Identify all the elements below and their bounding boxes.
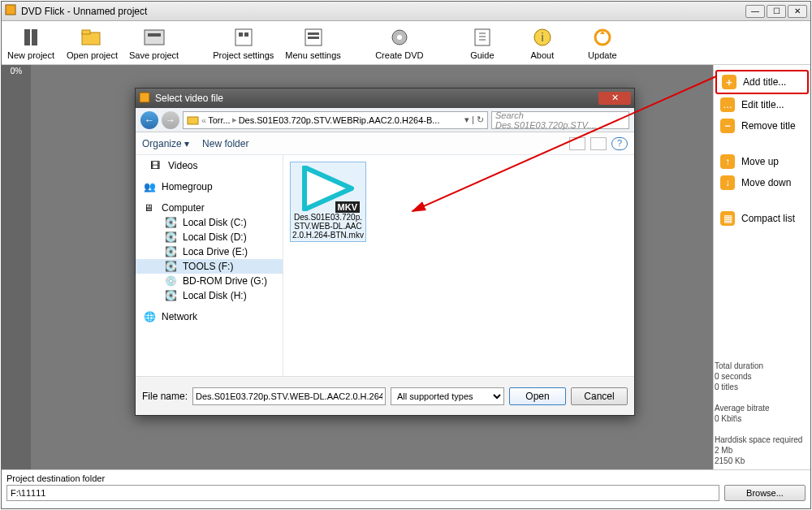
tree-videos[interactable]: 🎞Videos bbox=[136, 158, 283, 173]
toolbar-menu-settings[interactable]: Menu settings bbox=[285, 26, 340, 60]
toolbar-label: Create DVD bbox=[375, 50, 423, 60]
search-input[interactable]: Search Des.S01E03.720p.STV.... bbox=[491, 111, 629, 129]
svg-rect-4 bbox=[82, 30, 90, 34]
remove-icon: − bbox=[720, 119, 735, 133]
info-duration-label: Total duration bbox=[715, 361, 809, 371]
update-icon bbox=[591, 26, 614, 49]
tree-disk-d[interactable]: 💽Local Disk (D:) bbox=[136, 230, 283, 244]
nav-forward-button[interactable]: → bbox=[162, 111, 179, 129]
dialog-title: Select video file bbox=[155, 93, 598, 104]
toolbar-label: Update bbox=[588, 50, 616, 60]
new-folder-button[interactable]: New folder bbox=[202, 138, 248, 149]
guide-icon bbox=[471, 26, 494, 49]
info-panel: Total duration 0 seconds 0 titles Averag… bbox=[715, 361, 809, 466]
tree-disk-h[interactable]: 💽Local Disk (H:) bbox=[136, 288, 283, 303]
compact-icon: ▦ bbox=[720, 211, 735, 226]
dialog-nav: ← → « Torr... ▸ Des.S01E03.720p.STV.WEBR… bbox=[136, 108, 634, 132]
toolbar-guide[interactable]: Guide bbox=[458, 26, 507, 60]
close-button[interactable]: ✕ bbox=[788, 5, 807, 18]
browse-button[interactable]: Browse... bbox=[724, 485, 806, 501]
svg-rect-1 bbox=[24, 29, 30, 45]
side-label: Move down bbox=[741, 177, 791, 188]
move-up-button[interactable]: ↑ Move up bbox=[715, 151, 809, 172]
svg-rect-12 bbox=[308, 37, 319, 39]
move-down-button[interactable]: ↓ Move down bbox=[715, 172, 809, 193]
remove-title-button[interactable]: − Remove title bbox=[715, 115, 809, 136]
file-item[interactable]: MKV Des.S01E03.720p.STV.WEB-DL.AAC2.0.H.… bbox=[290, 162, 366, 242]
info-disk2: 2150 Kb bbox=[715, 456, 809, 466]
help-button[interactable]: ? bbox=[611, 137, 628, 150]
dest-folder-input[interactable] bbox=[6, 485, 719, 501]
toolbar-create-dvd[interactable]: Create DVD bbox=[375, 26, 424, 60]
minimize-button[interactable]: — bbox=[745, 5, 765, 18]
svg-rect-19 bbox=[140, 93, 149, 102]
maximize-button[interactable]: ☐ bbox=[767, 5, 786, 18]
settings-icon bbox=[232, 26, 255, 49]
edit-title-button[interactable]: … Edit title... bbox=[715, 94, 809, 115]
toolbar-update[interactable]: Update bbox=[578, 26, 627, 60]
window-title: DVD Flick - Unnamed project bbox=[21, 6, 745, 17]
side-label: Edit title... bbox=[741, 99, 784, 110]
open-icon bbox=[80, 26, 103, 49]
dialog-body: 🎞Videos 👥Homegroup 🖥Computer 💽Local Disk… bbox=[136, 155, 634, 376]
footer: Project destination folder Browse... bbox=[2, 469, 810, 508]
tree-computer[interactable]: 🖥Computer bbox=[136, 201, 283, 215]
toolbar-project-settings[interactable]: Project settings bbox=[213, 26, 274, 60]
filename-input[interactable] bbox=[192, 387, 386, 405]
open-button[interactable]: Open bbox=[509, 387, 566, 405]
svg-rect-11 bbox=[308, 32, 319, 35]
toolbar-about[interactable]: i About bbox=[518, 26, 567, 60]
crumb-torr[interactable]: Torr... bbox=[208, 115, 231, 125]
tree-tools-f[interactable]: 💽TOOLS (F:) bbox=[136, 259, 283, 274]
filetype-select[interactable]: All supported types bbox=[391, 387, 504, 405]
tree-disk-e[interactable]: 💽Loca Drive (E:) bbox=[136, 244, 283, 259]
toolbar-label: New project bbox=[7, 50, 54, 60]
video-thumb-icon: MKV bbox=[300, 166, 356, 211]
breadcrumb[interactable]: « Torr... ▸ Des.S01E03.720p.STV.WEBRip.A… bbox=[183, 111, 488, 129]
svg-rect-20 bbox=[188, 117, 198, 124]
compact-list-button[interactable]: ▦ Compact list bbox=[715, 208, 809, 229]
file-list[interactable]: MKV Des.S01E03.720p.STV.WEB-DL.AAC2.0.H.… bbox=[283, 155, 634, 376]
svg-point-14 bbox=[397, 35, 402, 40]
crumb-folder[interactable]: Des.S01E03.720p.STV.WEBRip.AAC2.0.H264-B… bbox=[239, 115, 440, 125]
preview-pane-button[interactable] bbox=[590, 137, 607, 150]
drive-icon: 💽 bbox=[165, 231, 178, 243]
toolbar-label: Open project bbox=[67, 50, 118, 60]
svg-rect-7 bbox=[235, 29, 252, 45]
app-icon bbox=[5, 4, 16, 18]
info-bitrate: 0 Kbit\s bbox=[715, 413, 809, 424]
svg-rect-0 bbox=[6, 5, 15, 15]
cancel-button[interactable]: Cancel bbox=[571, 387, 628, 405]
plus-icon: ＋ bbox=[722, 75, 736, 89]
toolbar-open-project[interactable]: Open project bbox=[67, 26, 118, 60]
toolbar-label: Save project bbox=[129, 50, 179, 60]
down-icon: ↓ bbox=[720, 175, 735, 190]
nav-back-button[interactable]: ← bbox=[140, 111, 158, 129]
info-disk1: 2 Mb bbox=[715, 445, 809, 456]
save-icon bbox=[143, 26, 166, 49]
drive-icon: 💽 bbox=[165, 217, 178, 228]
search-placeholder: Search Des.S01E03.720p.STV.... bbox=[495, 110, 625, 130]
titlebar: DVD Flick - Unnamed project — ☐ ✕ bbox=[2, 2, 810, 21]
tree-network[interactable]: 🌐Network bbox=[136, 309, 283, 324]
svg-rect-15 bbox=[475, 29, 490, 45]
tree-bdrom-g[interactable]: 💿BD-ROM Drive (G:) bbox=[136, 274, 283, 288]
toolbar-new-project[interactable]: New project bbox=[6, 26, 55, 60]
side-label: Compact list bbox=[741, 213, 795, 224]
dialog-titlebar: Select video file ✕ bbox=[136, 89, 634, 108]
view-mode-button[interactable] bbox=[569, 137, 585, 150]
tree-homegroup[interactable]: 👥Homegroup bbox=[136, 179, 283, 194]
info-disk-label: Harddisk space required bbox=[715, 434, 809, 445]
optical-icon: 💿 bbox=[165, 275, 178, 287]
info-bitrate-label: Average bitrate bbox=[715, 403, 809, 413]
tree-disk-c[interactable]: 💽Local Disk (C:) bbox=[136, 215, 283, 230]
drive-icon: 💽 bbox=[165, 261, 178, 272]
dialog-toolbar: Organize ▾ New folder ? bbox=[136, 132, 634, 155]
dialog-icon bbox=[139, 92, 150, 106]
add-title-button[interactable]: ＋ Add title... bbox=[715, 70, 809, 94]
dialog-close-button[interactable]: ✕ bbox=[598, 92, 631, 105]
toolbar-save-project[interactable]: Save project bbox=[129, 26, 179, 60]
organize-menu[interactable]: Organize ▾ bbox=[142, 138, 189, 149]
filename-label: File name: bbox=[142, 391, 188, 402]
menu-settings-icon bbox=[302, 26, 325, 49]
